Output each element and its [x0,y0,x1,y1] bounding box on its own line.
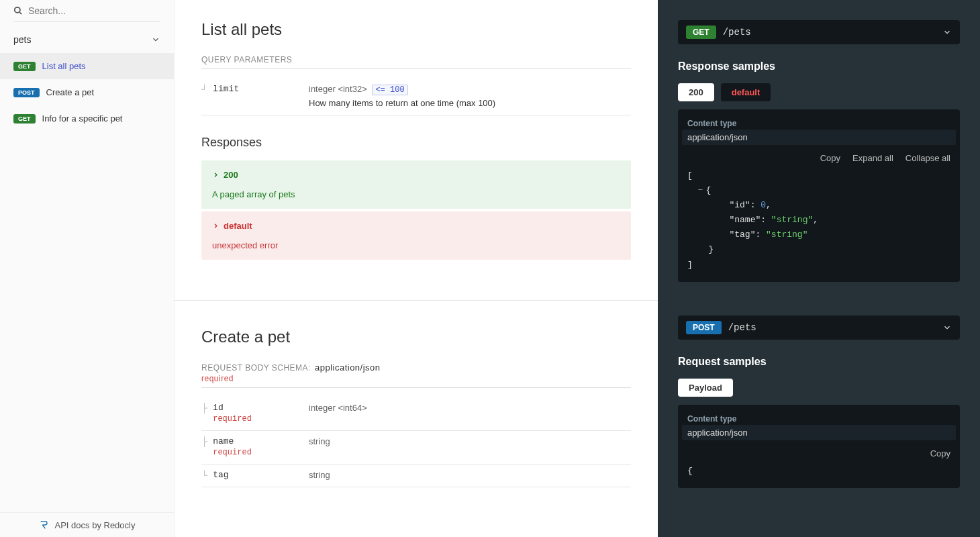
nav-item-create-pet[interactable]: POST Create a pet [0,79,174,105]
json-val-name: "string" [771,215,813,225]
response-200[interactable]: 200 A paged array of pets [201,160,631,209]
nav-items: GET List all pets POST Create a pet GET … [0,53,174,132]
field-name[interactable]: name [213,436,234,446]
chevron-right-icon [212,222,219,230]
param-table: ┘ limit integer <int32> <= 100 How many … [201,79,631,115]
endpoint-bar-post[interactable]: POST /pets [678,315,960,340]
param-type: integer [309,84,336,94]
nav-item-label: List all pets [42,61,86,71]
collapse-all-button[interactable]: Collapse all [905,153,950,163]
query-params-heading: QUERY PARAMETERS [201,55,631,69]
tab-default[interactable]: default [721,83,771,101]
tag-label: pets [13,34,31,45]
collapse-toggle[interactable]: − [698,185,703,195]
code-actions: Copy [687,448,950,458]
copy-button[interactable]: Copy [820,153,840,163]
method-badge: POST [13,88,40,97]
field-type-cell: string [309,470,631,480]
field-type: string [309,436,330,446]
response-head: default [212,221,620,231]
json-open-brace: { [687,466,693,476]
responses: 200 A paged array of pets default unexpe… [201,160,631,260]
svg-line-1 [19,12,22,15]
json-sample: [ −{ "id": 0, "name": "string", "tag": "… [687,168,950,273]
method-pill: POST [686,321,722,334]
divider [175,300,658,301]
responses-heading: Responses [201,136,631,150]
field-row-name: ├ name required string [201,431,631,465]
content-type-label: Content type [687,414,950,424]
json-key-id: "id" [729,200,750,210]
nav-item-label: Create a pet [46,87,95,97]
field-type-cell: string [309,436,631,457]
tab-payload[interactable]: Payload [678,379,733,397]
json-sample: { [687,464,950,479]
param-row-limit: ┘ limit integer <int32> <= 100 How many … [201,79,631,115]
endpoint-path: /pets [723,27,936,38]
response-default[interactable]: default unexpected error [201,211,631,260]
body-schema-table: ├ id required integer <int64> ├ name re [201,397,631,487]
json-val-id: 0 [761,200,766,210]
request-samples-heading: Request samples [678,356,960,368]
param-type-cell: integer <int32> <= 100 How many items to… [309,84,631,108]
response-samples-heading: Response samples [678,60,960,72]
search-icon [13,6,23,15]
required-flag: required [213,448,252,457]
search-underline [13,21,160,22]
main-content: List all pets QUERY PARAMETERS ┘ limit i… [175,0,658,537]
op-create-pet: Create a pet REQUEST BODY SCHEMA: applic… [201,328,631,487]
required-flag: required [213,414,252,424]
response-head: 200 [212,170,620,180]
tree-icon: ├ [201,403,207,413]
right-panel: GET /pets Response samples 200 default C… [658,0,980,537]
json-key-tag: "tag" [729,230,755,240]
sample-list-pets: GET /pets Response samples 200 default C… [678,20,960,282]
endpoint-bar-get[interactable]: GET /pets [678,20,960,44]
content-type-value: application/json [682,425,956,440]
response-desc: A paged array of pets [212,189,620,199]
response-tabs: 200 default [678,83,960,101]
field-row-id: ├ id required integer <int64> [201,397,631,431]
request-body-heading: REQUEST BODY SCHEMA: application/json re… [201,362,631,388]
tag-pets[interactable]: pets [0,26,174,53]
param-name[interactable]: limit [213,84,239,94]
param-description: How many items to return at one time (ma… [309,98,631,108]
required-flag: required [201,374,631,383]
content-type-label: Content type [687,119,950,128]
sidebar: pets GET List all pets POST Create a pet… [0,0,175,537]
json-key-name: "name" [729,215,761,225]
chevron-down-icon [151,35,160,44]
nav-item-pet-info[interactable]: GET Info for a specific pet [0,105,174,132]
content-type-value: application/json [682,130,956,145]
chevron-down-icon [942,323,952,332]
sidebar-footer[interactable]: API docs by Redocly [0,512,174,537]
field-name[interactable]: tag [213,470,228,480]
field-type: string [309,470,330,480]
search-wrap [0,0,174,21]
footer-text: API docs by Redocly [55,520,136,530]
field-type-cell: integer <int64> [309,403,631,424]
field-name-cell: ├ id required [201,403,309,424]
tree-icon: ├ [201,436,207,446]
endpoint-path: /pets [728,322,936,333]
copy-button[interactable]: Copy [930,448,950,458]
svg-point-0 [15,7,20,13]
tree-icon: └ [201,470,207,480]
json-val-tag: "string" [766,230,807,240]
method-pill: GET [686,26,716,39]
field-format: <int64> [338,403,366,413]
response-desc: unexpected error [212,240,620,250]
sample-create-pet: POST /pets Request samples Payload Conte… [678,315,960,488]
field-name[interactable]: id [213,403,224,413]
field-type: integer [309,403,336,413]
search-input[interactable] [28,5,160,16]
param-constraint: <= 100 [372,85,407,95]
tree-icon: ┘ [201,84,207,94]
nav-item-list-pets[interactable]: GET List all pets [0,53,174,79]
method-badge: GET [13,114,36,124]
code-actions: Copy Expand all Collapse all [687,153,950,163]
expand-all-button[interactable]: Expand all [852,153,893,163]
field-row-tag: └ tag string [201,465,631,487]
tab-200[interactable]: 200 [678,83,714,101]
op-list-pets: List all pets QUERY PARAMETERS ┘ limit i… [201,20,631,260]
